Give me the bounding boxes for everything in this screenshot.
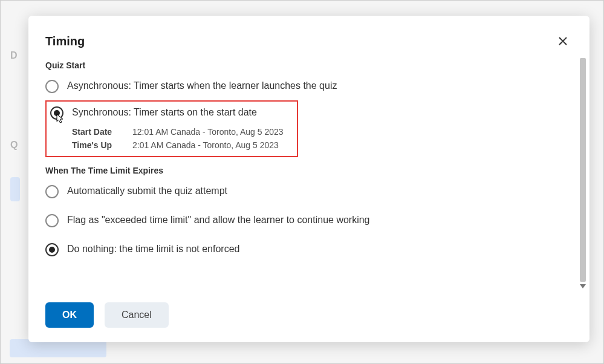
radio-label-sync: Synchronous: Timer starts on the start d… <box>72 105 257 119</box>
radio-expiry-auto-submit[interactable]: Automatically submit the quiz attempt <box>45 180 573 202</box>
modal-footer: OK Cancel <box>28 294 589 342</box>
close-button[interactable] <box>553 31 573 51</box>
ok-button[interactable]: OK <box>45 302 94 328</box>
radio-unchecked-icon <box>45 214 59 227</box>
backdrop-letter-d: D <box>10 50 22 61</box>
radio-unchecked-icon <box>45 185 59 198</box>
section-title-quiz-start: Quiz Start <box>45 60 573 70</box>
cursor-icon <box>56 114 65 123</box>
start-date-value: 12:01 AM Canada - Toronto, Aug 5 2023 <box>132 127 292 137</box>
scrollbar-arrow-down-icon[interactable] <box>580 284 586 290</box>
modal-header: Timing <box>28 16 589 57</box>
radio-label-flag-exceeded: Flag as "exceeded time limit" and allow … <box>67 213 370 227</box>
modal-title: Timing <box>45 34 85 48</box>
radio-quiz-start-sync[interactable]: Synchronous: Timer starts on the start d… <box>50 105 292 123</box>
radio-expiry-flag-exceeded[interactable]: Flag as "exceeded time limit" and allow … <box>45 209 573 231</box>
scrollbar[interactable] <box>579 57 586 290</box>
radio-expiry-do-nothing[interactable]: Do nothing: the time limit is not enforc… <box>45 238 573 260</box>
radio-checked-icon <box>50 106 63 120</box>
radio-unchecked-icon <box>45 80 59 93</box>
backdrop-blue-bar <box>10 177 20 201</box>
expiry-options-group: Automatically submit the quiz attempt Fl… <box>45 180 573 260</box>
section-title-expiry: When The Time Limit Expires <box>45 166 573 175</box>
start-date-key: Start Date <box>72 127 130 137</box>
cancel-button[interactable]: Cancel <box>105 302 169 328</box>
times-up-value: 2:01 AM Canada - Toronto, Aug 5 2023 <box>132 140 292 150</box>
radio-quiz-start-async[interactable]: Asynchronous: Timer starts when the lear… <box>45 75 573 97</box>
radio-checked-icon <box>45 243 59 256</box>
radio-label-auto-submit: Automatically submit the quiz attempt <box>67 184 227 198</box>
timing-modal: Timing Quiz Start Asynchronous: Timer st… <box>28 16 589 342</box>
sync-details-grid: Start Date 12:01 AM Canada - Toronto, Au… <box>72 127 292 150</box>
backdrop-letter-q: Q <box>10 140 22 151</box>
radio-label-async: Asynchronous: Timer starts when the lear… <box>67 79 337 93</box>
times-up-key: Time's Up <box>72 140 130 150</box>
radio-label-do-nothing: Do nothing: the time limit is not enforc… <box>67 242 239 256</box>
modal-body: Quiz Start Asynchronous: Timer starts wh… <box>28 57 589 294</box>
scrollbar-thumb[interactable] <box>580 58 586 282</box>
close-icon <box>558 36 568 46</box>
highlight-synchronous-box: Synchronous: Timer starts on the start d… <box>45 100 298 157</box>
